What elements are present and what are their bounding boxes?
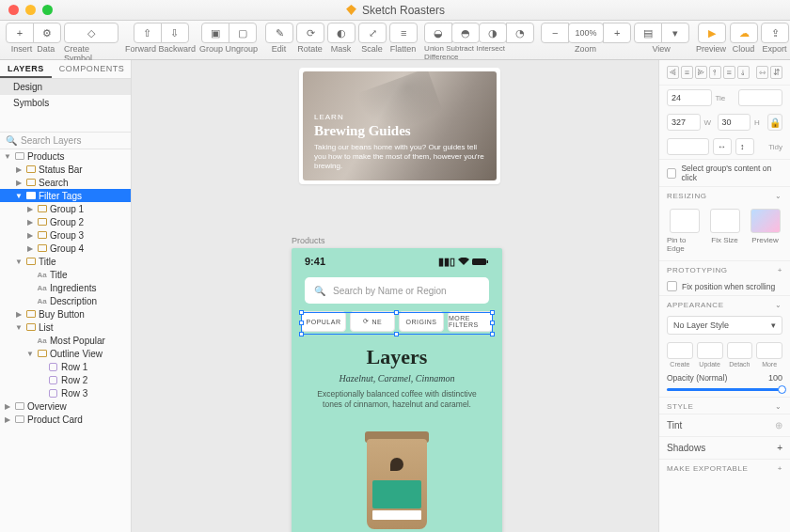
zoom-out-button[interactable]: − bbox=[541, 23, 569, 43]
style-action-more[interactable]: More bbox=[756, 342, 782, 368]
layer-row[interactable]: ▶Overview bbox=[0, 399, 131, 413]
style-action-create[interactable]: Create bbox=[667, 342, 693, 368]
scale-button[interactable]: ⤢ bbox=[358, 23, 387, 43]
collapse-icon[interactable]: ⌄ bbox=[775, 192, 782, 200]
difference-button[interactable]: ◔ bbox=[506, 23, 534, 43]
add-shadow-button[interactable]: + bbox=[777, 443, 782, 453]
layer-row[interactable]: ▶Product Card bbox=[0, 413, 131, 426]
layer-row[interactable]: AaMost Popular bbox=[0, 334, 131, 347]
forward-button[interactable]: ⇧ bbox=[134, 23, 162, 43]
select-content-checkbox[interactable] bbox=[667, 168, 676, 179]
preview-button[interactable]: ▶ bbox=[698, 23, 726, 43]
cloud-button[interactable]: ☁ bbox=[730, 23, 758, 43]
layer-row[interactable]: Row 3 bbox=[0, 386, 131, 399]
opacity-slider[interactable] bbox=[667, 388, 782, 391]
zoom-value[interactable]: 100% bbox=[568, 23, 604, 43]
flip-h-button[interactable]: ↔ bbox=[713, 138, 732, 155]
union-button[interactable]: ◒ bbox=[424, 23, 452, 43]
export-button[interactable]: ⇪ bbox=[761, 23, 789, 43]
layer-row[interactable]: ▶Group 1 bbox=[0, 202, 131, 215]
layer-row[interactable]: AaDescription bbox=[0, 294, 131, 307]
doc-icon bbox=[345, 4, 357, 16]
layer-row[interactable]: Row 1 bbox=[0, 360, 131, 373]
pos-x-input[interactable]: 24 bbox=[667, 89, 712, 106]
collapse-icon[interactable]: ⌄ bbox=[775, 301, 782, 309]
tint-label: Tint bbox=[667, 420, 682, 430]
add-prototype-button[interactable]: + bbox=[778, 266, 782, 274]
add-tint-button[interactable]: ⊕ bbox=[775, 420, 782, 430]
intersect-button[interactable]: ◑ bbox=[479, 23, 507, 43]
flip-v-button[interactable]: ↕ bbox=[735, 138, 754, 155]
view-dropdown[interactable]: ▾ bbox=[661, 23, 689, 43]
edit-button[interactable]: ✎ bbox=[265, 23, 293, 43]
create-symbol-button[interactable]: ◇ bbox=[64, 23, 118, 43]
window-zoom-button[interactable] bbox=[42, 5, 53, 15]
layer-search[interactable]: 🔍 Search Layers bbox=[0, 132, 131, 149]
card-brewing-guides[interactable]: LEARN Brewing Guides Taking our beans ho… bbox=[299, 68, 500, 184]
mock-filter-pill[interactable]: POPULAR bbox=[301, 311, 346, 332]
layer-row[interactable]: ▼Outline View bbox=[0, 347, 131, 360]
canvas[interactable]: LEARN Brewing Guides Taking our beans ho… bbox=[132, 60, 658, 532]
layer-row[interactable]: ▶Group 2 bbox=[0, 215, 131, 228]
page-symbols[interactable]: Symbols bbox=[0, 95, 131, 111]
align-vcenter-button[interactable]: ≡ bbox=[723, 66, 735, 79]
view-button[interactable]: ▤ bbox=[634, 23, 662, 43]
layer-row[interactable]: AaTitle bbox=[0, 268, 131, 281]
layer-row[interactable]: ▶Group 3 bbox=[0, 228, 131, 242]
layer-row[interactable]: AaIngredients bbox=[0, 281, 131, 294]
insert-button[interactable]: + bbox=[6, 23, 34, 43]
align-left-button[interactable]: ⫷ bbox=[667, 66, 679, 79]
artboard-products[interactable]: 9:41 ▮▮▯ 🔍 Search by Name or Region POPU… bbox=[292, 248, 502, 532]
transform-input[interactable] bbox=[667, 138, 709, 155]
page-design[interactable]: Design bbox=[0, 79, 131, 95]
distribute-v-button[interactable]: ⇵ bbox=[770, 66, 782, 79]
layer-row[interactable]: ▼Filter Tags bbox=[0, 189, 131, 202]
style-action-detach[interactable]: Detach bbox=[727, 342, 753, 368]
layer-row[interactable]: ▼Title bbox=[0, 255, 131, 268]
artboard-label[interactable]: Products bbox=[292, 236, 325, 245]
height-input[interactable]: 30 bbox=[718, 114, 751, 131]
data-button[interactable]: ⚙︎ bbox=[33, 23, 61, 43]
lock-aspect-button[interactable]: 🔒 bbox=[767, 114, 782, 131]
flatten-button[interactable]: ≡ bbox=[389, 23, 418, 43]
mask-button[interactable]: ◐ bbox=[327, 23, 356, 43]
layer-row[interactable]: ▼List bbox=[0, 321, 131, 334]
mock-search-input[interactable]: 🔍 Search by Name or Region bbox=[305, 277, 489, 304]
align-top-button[interactable]: ⫯ bbox=[709, 66, 721, 79]
backward-button[interactable]: ⇩ bbox=[161, 23, 189, 43]
layer-row[interactable]: ▶Buy Button bbox=[0, 307, 131, 321]
zoom-in-button[interactable]: + bbox=[603, 23, 631, 43]
group-button[interactable]: ▣ bbox=[201, 23, 229, 43]
collapse-icon[interactable]: ⌄ bbox=[775, 402, 782, 411]
fix-scroll-checkbox[interactable] bbox=[667, 281, 677, 291]
align-right-button[interactable]: ⫸ bbox=[695, 66, 707, 79]
distribute-h-button[interactable]: ⇿ bbox=[756, 66, 768, 79]
window-close-button[interactable] bbox=[8, 5, 19, 15]
add-export-button[interactable]: + bbox=[778, 464, 782, 473]
mock-filter-pill[interactable]: ORIGINS bbox=[399, 311, 444, 332]
resize-option[interactable]: Fix Size bbox=[707, 209, 742, 253]
align-bottom-button[interactable]: ⫰ bbox=[737, 66, 750, 79]
layer-row[interactable]: ▶Search bbox=[0, 176, 131, 189]
pos-y-input[interactable] bbox=[738, 89, 783, 106]
mock-filter-pill[interactable]: ⟳NE bbox=[350, 311, 395, 332]
mock-filter-pill[interactable]: MORE FILTERS bbox=[448, 311, 493, 332]
style-action-update[interactable]: Update bbox=[697, 342, 723, 368]
tab-components[interactable]: COMPONENTS bbox=[52, 60, 133, 78]
resize-option[interactable]: Pin to Edge bbox=[667, 209, 702, 253]
window-minimize-button[interactable] bbox=[25, 5, 36, 15]
layer-row[interactable]: ▶Group 4 bbox=[0, 242, 131, 255]
layer-row[interactable]: ▶Status Bar bbox=[0, 163, 131, 176]
left-panel: LAYERS COMPONENTS ⌃ Design Symbols 🔍 Sea… bbox=[0, 60, 132, 532]
layer-row[interactable]: Row 2 bbox=[0, 373, 131, 386]
tab-layers[interactable]: LAYERS bbox=[0, 60, 52, 78]
mock-title: Layers bbox=[292, 345, 502, 369]
layer-row[interactable]: ▼Products bbox=[0, 149, 131, 163]
subtract-button[interactable]: ◓ bbox=[451, 23, 480, 43]
width-input[interactable]: 327 bbox=[667, 114, 701, 131]
align-hcenter-button[interactable]: ≡ bbox=[681, 66, 693, 79]
rotate-button[interactable]: ⟳ bbox=[296, 23, 324, 43]
ungroup-button[interactable]: ▢ bbox=[229, 23, 257, 43]
resize-option[interactable]: Preview bbox=[748, 209, 782, 253]
layer-style-dropdown[interactable]: No Layer Style▾ bbox=[667, 316, 782, 335]
